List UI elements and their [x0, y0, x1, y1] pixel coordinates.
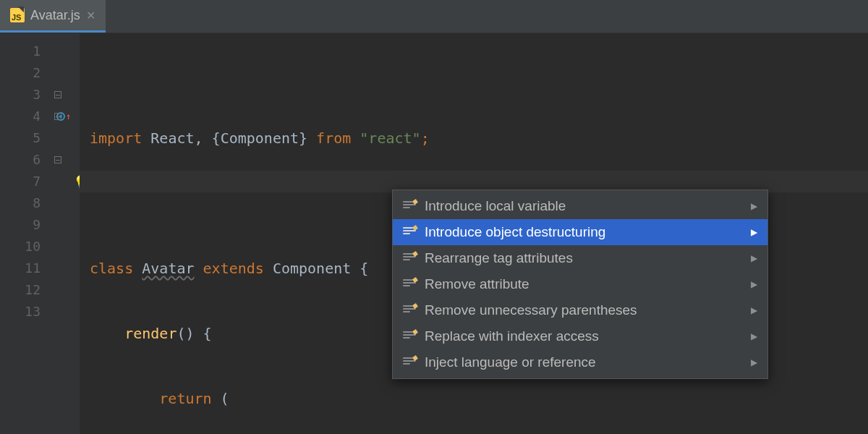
line-number: 6 — [0, 149, 41, 171]
menu-item-label: Remove attribute — [425, 276, 529, 292]
menu-item-remove-unnecessary-parentheses[interactable]: Remove unnecessary parentheses ▶ — [393, 297, 767, 323]
menu-item-label: Rearrange tag attributes — [425, 250, 573, 266]
menu-item-label: Introduce object destructuring — [425, 224, 605, 240]
line-number: 3 — [0, 84, 41, 106]
line-number: 5 — [0, 127, 41, 149]
refactor-icon — [403, 201, 416, 211]
menu-item-introduce-local-variable[interactable]: Introduce local variable ▶ — [393, 193, 767, 219]
menu-item-label: Replace with indexer access — [425, 328, 599, 344]
menu-item-rearrange-tag-attributes[interactable]: Rearrange tag attributes ▶ — [393, 245, 767, 271]
tab-filename: Avatar.js — [30, 8, 80, 23]
refactor-icon — [403, 253, 416, 263]
line-number: 11 — [0, 258, 41, 279]
submenu-arrow-icon: ▶ — [751, 357, 757, 367]
menu-item-inject-language-or-reference[interactable]: Inject language or reference ▶ — [393, 349, 767, 375]
menu-item-label: Inject language or reference — [425, 354, 596, 370]
line-number: 9 — [0, 214, 41, 236]
submenu-arrow-icon: ▶ — [751, 227, 757, 237]
refactor-icon — [403, 305, 416, 315]
line-number: 4 — [0, 106, 41, 127]
line-number: 8 — [0, 192, 41, 214]
line-number: 1 — [0, 41, 41, 62]
menu-item-remove-attribute[interactable]: Remove attribute ▶ — [393, 271, 767, 297]
tab-bar: JS Avatar.js ✕ — [0, 0, 868, 33]
refactor-icon — [403, 279, 416, 289]
fold-toggle[interactable] — [54, 90, 62, 99]
line-number-gutter: 1 2 3 4 5 6 7 8 9 10 11 12 13 — [0, 33, 51, 434]
menu-item-label: Remove unnecessary parentheses — [425, 302, 637, 318]
tab-avatar-js[interactable]: JS Avatar.js ✕ — [0, 0, 106, 33]
submenu-arrow-icon: ▶ — [751, 253, 757, 263]
js-file-icon: JS — [10, 8, 25, 22]
refactor-icon — [403, 227, 416, 237]
menu-item-introduce-object-destructuring[interactable]: Introduce object destructuring ▶ — [393, 219, 767, 245]
line-number: 12 — [0, 279, 41, 301]
code-line: import React, {Component} from "react"; — [90, 127, 868, 149]
submenu-arrow-icon: ▶ — [751, 279, 757, 289]
code-line: return ( — [90, 388, 868, 409]
fold-gutter: ↑ 💡 — [51, 33, 80, 434]
submenu-arrow-icon: ▶ — [751, 201, 757, 211]
submenu-arrow-icon: ▶ — [751, 305, 757, 315]
close-icon[interactable]: ✕ — [86, 9, 95, 22]
intention-actions-menu: Introduce local variable ▶ Introduce obj… — [392, 190, 768, 379]
fold-toggle[interactable] — [54, 156, 62, 164]
submenu-arrow-icon: ▶ — [751, 331, 757, 341]
menu-item-replace-with-indexer-access[interactable]: Replace with indexer access ▶ — [393, 323, 767, 349]
line-number: 10 — [0, 236, 41, 258]
menu-item-label: Introduce local variable — [425, 198, 566, 214]
refactor-icon — [403, 357, 416, 367]
refactor-icon — [403, 331, 416, 341]
line-number: 13 — [0, 301, 41, 323]
fold-toggle[interactable] — [54, 112, 62, 121]
line-number: 2 — [0, 62, 41, 84]
line-number: 7 — [0, 171, 41, 192]
